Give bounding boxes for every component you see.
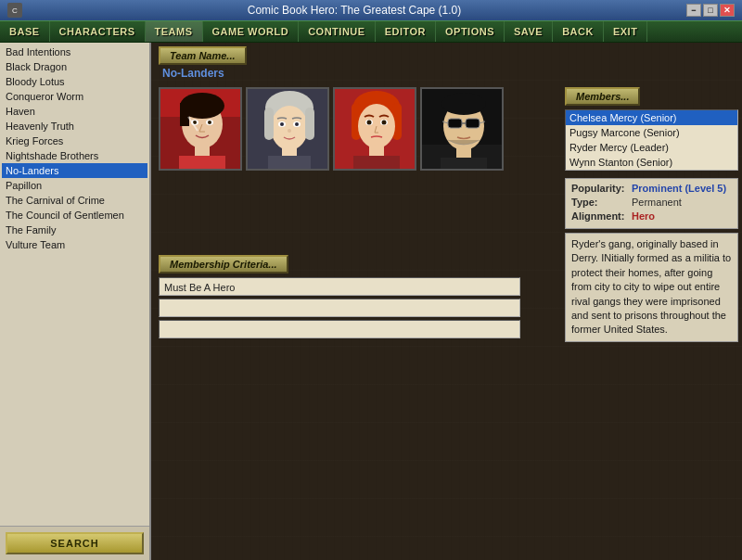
alignment-value: Hero (632, 210, 655, 222)
portrait-1[interactable] (159, 87, 242, 171)
sidebar-item[interactable]: Haven (2, 104, 147, 119)
title-bar: C Comic Book Hero: The Greatest Cape (1.… (0, 0, 742, 20)
alignment-label: Alignment: (571, 210, 632, 222)
sidebar-item[interactable]: Papillon (2, 178, 147, 193)
svg-rect-39 (466, 119, 480, 128)
search-button[interactable]: SEARCH (6, 532, 144, 554)
teams-list: Bad Intentions Black Dragon Bloody Lotus… (0, 43, 149, 526)
app-icon: C (7, 3, 22, 18)
sidebar-item[interactable]: Nightshade Brothers (2, 148, 147, 163)
popularity-label: Popularity: (571, 183, 632, 194)
sidebar-item[interactable]: The Carnival of Crime (2, 193, 147, 208)
menu-teams[interactable]: TEAMS (146, 21, 203, 42)
menu-save[interactable]: SAVE (505, 21, 553, 42)
popularity-row: Popularity: Prominent (Level 5) (571, 183, 732, 194)
empty-criteria-2 (159, 320, 520, 338)
team-name-display: No-Landers (159, 67, 735, 80)
empty-criteria-1 (159, 299, 520, 317)
member-item[interactable]: Pugsy Marcone (Senior) (566, 125, 737, 140)
membership-section: Membership Criteria... Must Be A Hero (151, 251, 561, 346)
sidebar-item[interactable]: Heavenly Truth (2, 119, 147, 134)
characters-row (151, 83, 561, 174)
team-name-button[interactable]: Team Name... (159, 46, 247, 65)
svg-rect-44 (441, 158, 487, 171)
maximize-button[interactable]: □ (703, 4, 718, 17)
stats-section: Popularity: Prominent (Level 5) Type: Pe… (565, 178, 738, 229)
svg-rect-4 (180, 103, 189, 126)
sidebar-item[interactable]: The Council of Gentlemen (2, 208, 147, 223)
svg-point-37 (441, 93, 486, 115)
membership-button[interactable]: Membership Criteria... (159, 255, 288, 274)
members-list: Chelsea Mercy (Senior) Pugsy Marcone (Se… (565, 109, 738, 171)
sidebar: Bad Intentions Black Dragon Bloody Lotus… (0, 43, 151, 560)
center-spacer (151, 174, 561, 251)
svg-point-31 (382, 121, 387, 125)
svg-point-19 (295, 122, 299, 126)
member-item[interactable]: Wynn Stanton (Senior) (566, 155, 737, 170)
menu-base[interactable]: BASE (0, 21, 50, 42)
portrait-3[interactable] (333, 87, 416, 171)
sidebar-item[interactable]: Conqueror Worm (2, 89, 147, 104)
description-box: Ryder's gang, originally based in Derry.… (565, 233, 738, 342)
svg-rect-10 (179, 156, 225, 171)
svg-point-30 (367, 121, 372, 125)
menu-game-world[interactable]: GAME WORLD (203, 21, 300, 42)
menu-options[interactable]: OPTIONS (436, 21, 505, 42)
type-value: Permanent (632, 197, 682, 208)
member-item[interactable]: Ryder Mercy (Leader) (566, 140, 737, 155)
svg-point-20 (288, 129, 291, 133)
sidebar-item[interactable]: Black Dragon (2, 59, 147, 74)
criteria-box: Must Be A Hero (159, 277, 520, 296)
alignment-row: Alignment: Hero (571, 210, 732, 222)
member-item[interactable]: Chelsea Mercy (Senior) (566, 110, 737, 125)
svg-rect-33 (353, 156, 400, 171)
menu-back[interactable]: BACK (553, 21, 604, 42)
type-label: Type: (571, 197, 632, 208)
menu-characters[interactable]: CHARACTERS (50, 21, 146, 42)
menu-editor[interactable]: EDITOR (376, 21, 436, 42)
portrait-2[interactable] (246, 87, 329, 171)
sidebar-item[interactable]: Bloody Lotus (2, 74, 147, 89)
menu-exit[interactable]: EXIT (604, 21, 647, 42)
sidebar-item[interactable]: Krieg Forces (2, 134, 147, 148)
menu-continue[interactable]: CONTINUE (299, 21, 375, 42)
svg-point-13 (271, 106, 308, 150)
svg-rect-22 (268, 156, 311, 171)
popularity-value: Prominent (Level 5) (632, 183, 726, 194)
info-panel: Members... Chelsea Mercy (Senior) Pugsy … (561, 83, 742, 346)
type-row: Type: Permanent (571, 197, 732, 208)
window-controls: − □ ✕ (686, 4, 735, 17)
right-panel: Team Name... No-Landers (151, 43, 742, 560)
sidebar-item[interactable]: Vulture Team (2, 237, 147, 252)
sidebar-item-selected[interactable]: No-Landers (2, 163, 147, 178)
svg-rect-14 (264, 108, 274, 140)
menu-bar: BASE CHARACTERS TEAMS GAME WORLD CONTINU… (0, 20, 742, 43)
members-button[interactable]: Members... (565, 87, 640, 106)
svg-rect-38 (448, 119, 462, 128)
svg-point-18 (280, 122, 284, 126)
close-button[interactable]: ✕ (720, 4, 735, 17)
sidebar-item[interactable]: Bad Intentions (2, 45, 147, 59)
main-content: Bad Intentions Black Dragon Bloody Lotus… (0, 43, 742, 560)
team-header: Team Name... No-Landers (151, 43, 742, 83)
svg-point-8 (208, 121, 211, 124)
sidebar-item[interactable]: The Family (2, 223, 147, 237)
search-btn-container: SEARCH (0, 526, 149, 560)
minimize-button[interactable]: − (686, 4, 701, 17)
svg-rect-15 (305, 108, 314, 140)
window-title: Comic Book Hero: The Greatest Cape (1.0) (22, 4, 686, 17)
portrait-4[interactable] (420, 87, 504, 171)
